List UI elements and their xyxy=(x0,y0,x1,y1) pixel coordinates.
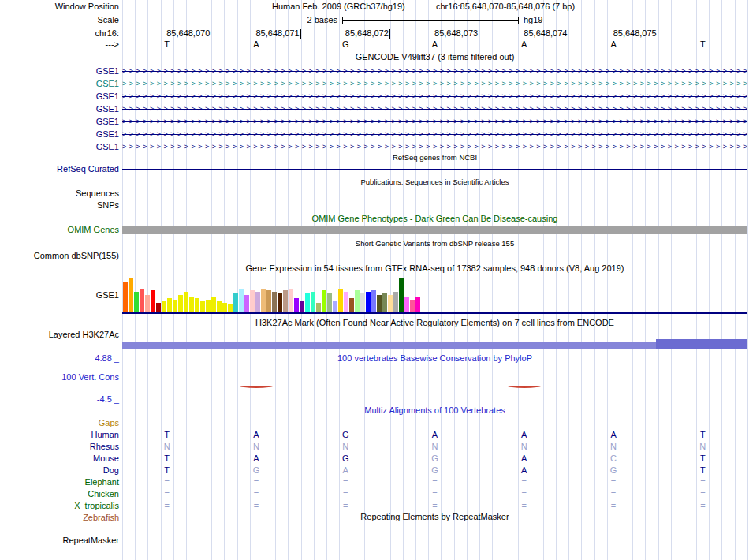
gtex-tissue-bar[interactable] xyxy=(289,289,293,312)
species-label[interactable]: Chicken xyxy=(0,489,119,498)
gtex-tissue-bar[interactable] xyxy=(327,293,332,312)
gtex-tissue-bar[interactable] xyxy=(404,297,409,312)
gtex-tissue-bar[interactable] xyxy=(123,282,128,312)
gtex-tissue-bar[interactable] xyxy=(217,301,222,312)
gtex-tissue-bar[interactable] xyxy=(349,298,354,312)
gtex-tissue-bar[interactable] xyxy=(222,303,227,312)
gtex-tissue-bar[interactable] xyxy=(156,303,161,312)
transcript-row[interactable]: GSE1>>>>>>>>>>>>>>>>>>>>>>>>>>>>>>>>>>>>… xyxy=(0,129,749,140)
gtex-tissue-bar[interactable] xyxy=(162,301,166,312)
transcript-label[interactable]: GSE1 xyxy=(0,79,119,88)
gtex-tissue-bar[interactable] xyxy=(167,298,172,312)
gtex-tissue-bar[interactable] xyxy=(338,289,343,312)
h3k27ac-label[interactable]: Layered H3K27Ac xyxy=(0,330,119,339)
gtex-tissue-bar[interactable] xyxy=(211,297,216,312)
gtex-gene-label[interactable]: GSE1 xyxy=(0,290,119,300)
gtex-tissue-bar[interactable] xyxy=(266,290,271,312)
gtex-tissue-bar[interactable] xyxy=(272,292,277,312)
coordinate-label: 85,648,071 xyxy=(227,28,300,38)
gtex-tissue-bar[interactable] xyxy=(261,289,266,312)
alignment-base: G xyxy=(598,465,629,475)
gtex-tissue-bar[interactable] xyxy=(228,304,233,312)
snps-label[interactable]: SNPs xyxy=(0,200,119,210)
transcript-row[interactable]: GSE1>>>>>>>>>>>>>>>>>>>>>>>>>>>>>>>>>>>>… xyxy=(0,91,749,103)
gtex-bars[interactable] xyxy=(123,276,420,312)
species-label[interactable]: X_tropicalis xyxy=(0,501,119,510)
species-label[interactable]: Gaps xyxy=(0,418,119,427)
species-label[interactable]: Rhesus xyxy=(0,442,119,451)
transcript-line[interactable]: >>>>>>>>>>>>>>>>>>>>>>>>>>>>>>>>>>>>>>>>… xyxy=(122,129,747,140)
gtex-tissue-bar[interactable] xyxy=(322,290,326,312)
transcript-line[interactable]: >>>>>>>>>>>>>>>>>>>>>>>>>>>>>>>>>>>>>>>>… xyxy=(122,79,747,89)
gtex-tissue-bar[interactable] xyxy=(311,292,315,312)
species-label[interactable]: Elephant xyxy=(0,477,119,487)
transcript-label[interactable]: GSE1 xyxy=(0,129,119,139)
gtex-tissue-bar[interactable] xyxy=(140,289,144,312)
transcript-row[interactable]: GSE1>>>>>>>>>>>>>>>>>>>>>>>>>>>>>>>>>>>>… xyxy=(0,104,749,115)
species-label[interactable]: Mouse xyxy=(0,454,119,463)
refseq-gene-bar[interactable] xyxy=(122,169,747,170)
gtex-tissue-bar[interactable] xyxy=(316,303,321,312)
gtex-tissue-bar[interactable] xyxy=(294,298,299,312)
refseq-curated-label[interactable]: RefSeq Curated xyxy=(0,164,119,174)
transcript-label[interactable]: GSE1 xyxy=(0,91,119,101)
gtex-tissue-bar[interactable] xyxy=(366,292,371,312)
transcript-label[interactable]: GSE1 xyxy=(0,66,119,76)
omim-gene-bar[interactable] xyxy=(122,226,747,234)
gtex-tissue-bar[interactable] xyxy=(410,300,415,312)
h3k27ac-signal-bar[interactable] xyxy=(656,339,747,349)
gtex-tissue-bar[interactable] xyxy=(399,278,404,312)
transcript-row[interactable]: GSE1>>>>>>>>>>>>>>>>>>>>>>>>>>>>>>>>>>>>… xyxy=(0,79,749,90)
transcript-line[interactable]: >>>>>>>>>>>>>>>>>>>>>>>>>>>>>>>>>>>>>>>>… xyxy=(122,117,747,127)
transcript-label[interactable]: GSE1 xyxy=(0,142,119,151)
h3k27ac-signal-bar[interactable] xyxy=(122,342,656,349)
gtex-tissue-bar[interactable] xyxy=(360,293,365,312)
gtex-tissue-bar[interactable] xyxy=(382,293,387,312)
transcript-line[interactable]: >>>>>>>>>>>>>>>>>>>>>>>>>>>>>>>>>>>>>>>>… xyxy=(122,91,747,102)
gtex-tissue-bar[interactable] xyxy=(344,292,348,312)
gtex-tissue-bar[interactable] xyxy=(134,292,139,312)
gtex-tissue-bar[interactable] xyxy=(184,292,188,312)
gtex-tissue-bar[interactable] xyxy=(305,293,310,312)
gtex-tissue-bar[interactable] xyxy=(173,300,177,312)
transcript-label[interactable]: GSE1 xyxy=(0,117,119,126)
gtex-tissue-bar[interactable] xyxy=(206,300,211,312)
gtex-tissue-bar[interactable] xyxy=(233,293,238,312)
transcript-row[interactable]: GSE1>>>>>>>>>>>>>>>>>>>>>>>>>>>>>>>>>>>>… xyxy=(0,142,749,153)
gtex-tissue-bar[interactable] xyxy=(300,301,304,312)
gtex-tissue-bar[interactable] xyxy=(239,289,244,312)
gtex-tissue-bar[interactable] xyxy=(151,290,155,312)
gtex-tissue-bar[interactable] xyxy=(388,295,393,312)
species-label[interactable]: Dog xyxy=(0,465,119,475)
repeatmasker-label[interactable]: RepeatMasker xyxy=(0,536,119,545)
transcript-line[interactable]: >>>>>>>>>>>>>>>>>>>>>>>>>>>>>>>>>>>>>>>>… xyxy=(122,142,747,152)
gtex-tissue-bar[interactable] xyxy=(145,295,150,312)
gtex-tissue-bar[interactable] xyxy=(377,295,382,312)
gtex-tissue-bar[interactable] xyxy=(250,290,255,312)
gtex-tissue-bar[interactable] xyxy=(393,292,398,312)
gtex-tissue-bar[interactable] xyxy=(189,297,194,312)
transcript-row[interactable]: GSE1>>>>>>>>>>>>>>>>>>>>>>>>>>>>>>>>>>>>… xyxy=(0,117,749,128)
transcript-line[interactable]: >>>>>>>>>>>>>>>>>>>>>>>>>>>>>>>>>>>>>>>>… xyxy=(122,66,747,77)
gtex-tissue-bar[interactable] xyxy=(244,295,249,312)
omim-genes-label[interactable]: OMIM Genes xyxy=(0,225,119,234)
gtex-tissue-bar[interactable] xyxy=(178,295,183,312)
gtex-tissue-bar[interactable] xyxy=(278,293,282,312)
species-label[interactable]: Zebrafish xyxy=(0,513,119,522)
gtex-tissue-bar[interactable] xyxy=(355,290,360,312)
conservation-track-label[interactable]: 100 Vert. Cons xyxy=(0,372,119,382)
gtex-tissue-bar[interactable] xyxy=(283,290,288,312)
gtex-tissue-bar[interactable] xyxy=(415,297,420,312)
gtex-tissue-bar[interactable] xyxy=(333,301,337,312)
transcript-label[interactable]: GSE1 xyxy=(0,104,119,114)
transcript-row[interactable]: GSE1>>>>>>>>>>>>>>>>>>>>>>>>>>>>>>>>>>>>… xyxy=(0,66,749,77)
gtex-tissue-bar[interactable] xyxy=(195,298,199,312)
transcript-line[interactable]: >>>>>>>>>>>>>>>>>>>>>>>>>>>>>>>>>>>>>>>>… xyxy=(122,104,747,114)
gtex-tissue-bar[interactable] xyxy=(200,301,205,312)
gtex-tissue-bar[interactable] xyxy=(129,278,133,312)
gtex-tissue-bar[interactable] xyxy=(255,292,260,312)
gtex-tissue-bar[interactable] xyxy=(371,290,376,312)
sequences-label[interactable]: Sequences xyxy=(0,189,119,198)
dbsnp-label[interactable]: Common dbSNP(155) xyxy=(0,251,119,260)
species-label[interactable]: Human xyxy=(0,430,119,439)
